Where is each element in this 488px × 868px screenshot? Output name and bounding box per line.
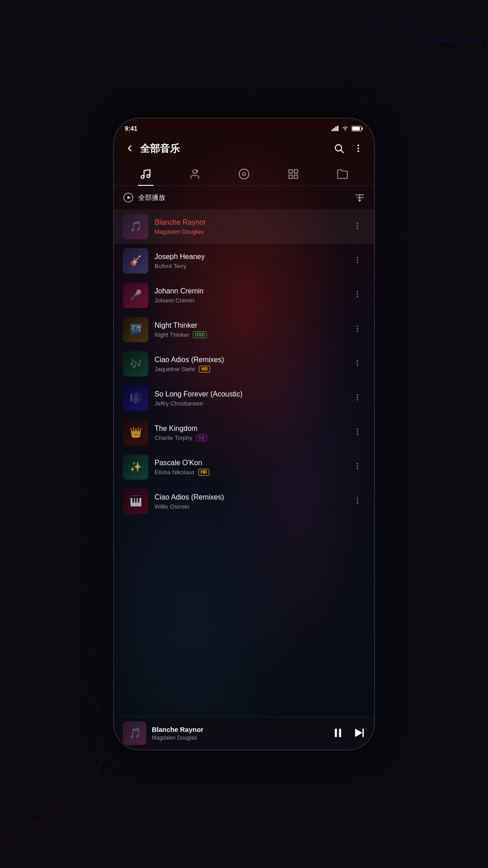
pause-button[interactable] bbox=[332, 726, 344, 741]
play-all-left: 全部播放 bbox=[123, 192, 165, 203]
more-vertical-icon bbox=[353, 325, 361, 333]
svg-rect-1 bbox=[333, 128, 335, 131]
status-time: 9:41 bbox=[125, 125, 137, 132]
song-item[interactable]: 🎸Joseph HeaneyBuford Terry bbox=[114, 244, 374, 278]
more-vertical-icon bbox=[353, 428, 361, 436]
back-button[interactable] bbox=[125, 143, 135, 155]
song-more-button[interactable] bbox=[350, 218, 365, 235]
more-vertical-icon bbox=[353, 393, 361, 401]
svg-point-44 bbox=[357, 429, 358, 430]
song-title: Johann Cremin bbox=[155, 287, 343, 295]
song-more-button[interactable] bbox=[350, 355, 365, 373]
song-thumbnail: 🎹 bbox=[123, 489, 148, 514]
now-playing-artist: Magdalen Douglas bbox=[152, 735, 326, 741]
battery-icon bbox=[352, 126, 363, 132]
svg-point-26 bbox=[357, 222, 358, 224]
song-title: So Long Forever (Acoustic) bbox=[155, 390, 343, 398]
tab-playlist[interactable] bbox=[280, 165, 306, 185]
song-artist-row: Willis Osinski bbox=[155, 503, 343, 510]
quality-badge: SQ bbox=[196, 434, 207, 441]
song-item[interactable]: 🎤Johann CreminJohann Cremin bbox=[114, 278, 374, 312]
now-playing-bar[interactable]: 🎵 Blanche Raynor Magdalen Douglas bbox=[114, 717, 374, 750]
song-artist-row: Night ThinkerDSD bbox=[155, 331, 343, 338]
tab-artists[interactable] bbox=[182, 165, 208, 185]
song-more-button[interactable] bbox=[350, 424, 365, 441]
quality-badge: DSD bbox=[193, 331, 207, 338]
now-playing-thumbnail: 🎵 bbox=[123, 722, 146, 745]
song-info: So Long Forever (Acoustic)Jeffry Christi… bbox=[155, 390, 343, 407]
svg-rect-3 bbox=[337, 126, 338, 131]
song-more-button[interactable] bbox=[350, 493, 365, 510]
svg-point-42 bbox=[357, 397, 358, 398]
play-circle-icon bbox=[123, 192, 134, 203]
song-item[interactable]: 🎶Ciao Adios (Remixes)Jaqueline StehrHR bbox=[114, 347, 374, 381]
song-item[interactable]: 🎼So Long Forever (Acoustic)Jeffry Christ… bbox=[114, 381, 374, 415]
signal-icon bbox=[332, 126, 339, 131]
phone-frame: 9:41 bbox=[113, 118, 375, 750]
song-artist: Jaqueline Stehr bbox=[155, 366, 195, 373]
search-button[interactable] bbox=[333, 143, 344, 155]
svg-point-51 bbox=[357, 500, 358, 501]
svg-point-40 bbox=[357, 365, 358, 366]
song-more-button[interactable] bbox=[350, 390, 365, 407]
svg-point-16 bbox=[243, 173, 246, 176]
song-thumbnail: 🎵 bbox=[123, 214, 148, 239]
svg-rect-18 bbox=[294, 170, 298, 173]
svg-point-46 bbox=[357, 434, 358, 435]
song-thumbnail: 🌃 bbox=[123, 317, 148, 342]
svg-rect-0 bbox=[332, 129, 333, 131]
song-artist-row: Charlie TorphySQ bbox=[155, 434, 343, 441]
grid-icon bbox=[287, 168, 299, 180]
song-artist-row: Jaqueline StehrHR bbox=[155, 366, 343, 373]
song-item[interactable]: 🎵Blanche RaynorMagdalen Douglas bbox=[114, 209, 374, 244]
song-title: Blanche Raynor bbox=[155, 218, 343, 226]
play-all-row[interactable]: 全部播放 bbox=[114, 186, 374, 209]
now-playing-info: Blanche Raynor Magdalen Douglas bbox=[152, 726, 326, 741]
overflow-menu-button[interactable] bbox=[353, 143, 363, 155]
song-item[interactable]: 👑The KingdomCharlie TorphySQ bbox=[114, 415, 374, 450]
svg-point-29 bbox=[357, 257, 358, 258]
song-info: The KingdomCharlie TorphySQ bbox=[155, 425, 343, 441]
song-thumbnail: 🎤 bbox=[123, 283, 148, 308]
svg-rect-53 bbox=[335, 728, 337, 737]
svg-point-48 bbox=[357, 466, 358, 467]
now-playing-controls bbox=[332, 726, 365, 741]
svg-point-50 bbox=[357, 497, 358, 499]
svg-rect-2 bbox=[335, 127, 337, 131]
song-item[interactable]: 🎹Ciao Adios (Remixes)Willis Osinski bbox=[114, 484, 374, 519]
svg-rect-19 bbox=[289, 175, 292, 179]
svg-point-43 bbox=[357, 399, 358, 401]
svg-rect-56 bbox=[362, 728, 364, 737]
song-more-button[interactable] bbox=[350, 252, 365, 269]
song-more-button[interactable] bbox=[350, 458, 365, 476]
song-artist: Jeffry Christiansen bbox=[155, 400, 203, 407]
song-thumbnail: 🎶 bbox=[123, 351, 148, 377]
song-artist-row: Johann Cremin bbox=[155, 297, 343, 304]
song-title: Ciao Adios (Remixes) bbox=[155, 356, 343, 364]
tab-albums[interactable] bbox=[231, 165, 257, 185]
song-more-button[interactable] bbox=[350, 287, 365, 304]
song-artist-row: Jeffry Christiansen bbox=[155, 400, 343, 407]
tab-songs[interactable] bbox=[132, 165, 159, 185]
svg-point-31 bbox=[357, 262, 358, 263]
song-artist: Willis Osinski bbox=[155, 503, 189, 510]
svg-point-15 bbox=[239, 169, 249, 179]
more-vertical-icon bbox=[353, 462, 361, 470]
song-info: Johann CreminJohann Cremin bbox=[155, 287, 343, 304]
skip-next-icon bbox=[352, 726, 365, 739]
svg-marker-22 bbox=[127, 196, 131, 199]
skip-next-button[interactable] bbox=[352, 726, 365, 741]
song-item[interactable]: ✨Pascale O'KonElisha NikolausHR bbox=[114, 450, 374, 484]
status-bar: 9:41 bbox=[114, 118, 374, 138]
quality-badge: HR bbox=[198, 469, 209, 476]
sort-icon[interactable] bbox=[354, 192, 365, 203]
song-item[interactable]: 🌃Night ThinkerNight ThinkerDSD bbox=[114, 312, 374, 347]
svg-point-13 bbox=[147, 175, 150, 178]
tab-folders[interactable] bbox=[329, 165, 356, 185]
svg-rect-54 bbox=[339, 728, 341, 737]
song-info: Night ThinkerNight ThinkerDSD bbox=[155, 321, 343, 338]
song-more-button[interactable] bbox=[350, 321, 365, 338]
song-info: Blanche RaynorMagdalen Douglas bbox=[155, 218, 343, 235]
song-title: Ciao Adios (Remixes) bbox=[155, 493, 343, 501]
svg-line-8 bbox=[341, 150, 344, 153]
